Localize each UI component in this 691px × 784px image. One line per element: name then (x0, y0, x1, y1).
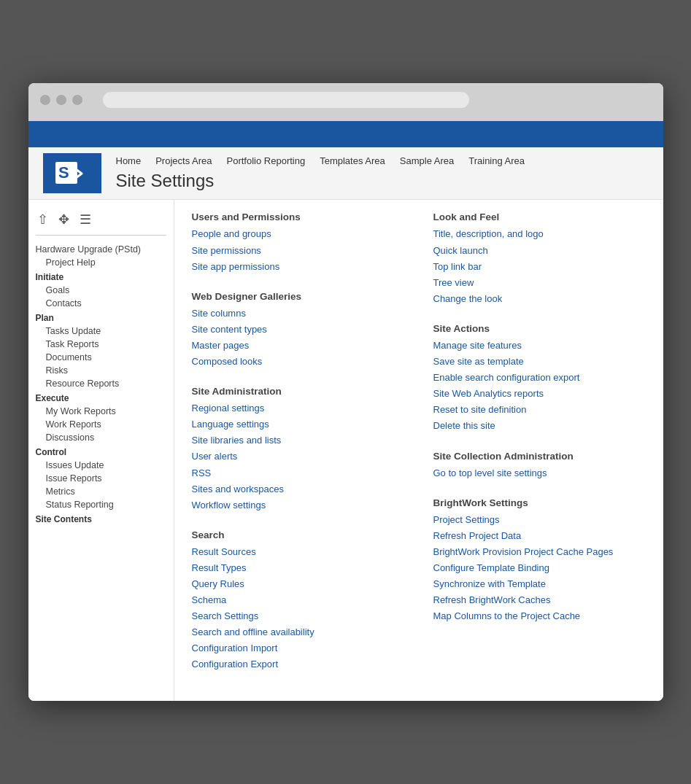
link-project-settings[interactable]: Project Settings (433, 512, 646, 528)
link-site-columns[interactable]: Site columns (192, 306, 404, 322)
sidebar-item-goals[interactable]: Goals (36, 284, 166, 297)
main-content: Users and Permissions People and groups … (174, 200, 663, 700)
sidebar-item-tasks-update[interactable]: Tasks Update (36, 325, 166, 338)
address-bar[interactable] (103, 92, 470, 108)
section-collection-admin: Site Collection Administration Go to top… (433, 451, 646, 481)
sidebar-item-issues-update[interactable]: Issues Update (36, 459, 166, 472)
sidebar-item-documents[interactable]: Documents (36, 351, 166, 364)
section-site-admin: Site Administration Regional settings La… (192, 386, 404, 513)
section-title-site-admin: Site Administration (192, 386, 404, 397)
sp-nav: Home Projects Area Portfolio Reporting T… (116, 155, 649, 191)
sidebar-divider (36, 235, 166, 236)
section-title-look-feel: Look and Feel (433, 211, 646, 222)
section-search: Search Result Sources Result Types Query… (192, 529, 404, 673)
sidebar-item-discussions[interactable]: Discussions (36, 431, 166, 444)
link-sites-workspaces[interactable]: Sites and workspaces (192, 481, 404, 497)
link-site-libraries-lists[interactable]: Site libraries and lists (192, 432, 404, 449)
svg-text:S: S (58, 163, 69, 182)
link-result-types[interactable]: Result Types (192, 560, 404, 576)
link-enable-search-export[interactable]: Enable search configuration export (433, 370, 646, 386)
link-master-pages[interactable]: Master pages (192, 338, 404, 354)
sidebar-item-my-work-reports[interactable]: My Work Reports (36, 405, 166, 418)
section-site-actions: Site Actions Manage site features Save s… (433, 323, 646, 435)
sidebar-item-metrics[interactable]: Metrics (36, 485, 166, 498)
sidebar-group-initiate: Initiate (36, 269, 166, 284)
sidebar-item-risks[interactable]: Risks (36, 364, 166, 377)
link-site-content-types[interactable]: Site content types (192, 322, 404, 338)
link-save-site-template[interactable]: Save site as template (433, 354, 646, 370)
nav-home[interactable]: Home (116, 155, 142, 166)
sidebar-group-control: Control (36, 444, 166, 459)
link-query-rules[interactable]: Query Rules (192, 576, 404, 592)
browser-dot-3[interactable] (72, 95, 82, 105)
link-schema[interactable]: Schema (192, 592, 404, 608)
sidebar-item-work-reports[interactable]: Work Reports (36, 418, 166, 431)
sidebar-item-status-reporting[interactable]: Status Reporting (36, 498, 166, 511)
project-name: Hardware Upgrade (PStd) (36, 243, 166, 256)
nav-links: Home Projects Area Portfolio Reporting T… (116, 155, 649, 166)
section-title-brightwork: BrightWork Settings (433, 497, 646, 508)
list-icon[interactable]: ☰ (80, 211, 91, 228)
sidebar-item-resource-reports[interactable]: Resource Reports (36, 377, 166, 390)
nav-projects-area[interactable]: Projects Area (155, 155, 212, 166)
link-rss[interactable]: RSS (192, 465, 404, 481)
link-web-analytics[interactable]: Site Web Analytics reports (433, 386, 646, 402)
link-quick-launch[interactable]: Quick launch (433, 243, 646, 259)
link-result-sources[interactable]: Result Sources (192, 544, 404, 560)
link-composed-looks[interactable]: Composed looks (192, 354, 404, 370)
link-sync-template[interactable]: Synchronize with Template (433, 576, 646, 592)
section-users-permissions: Users and Permissions People and groups … (192, 211, 404, 274)
nav-training-area[interactable]: Training Area (468, 155, 525, 166)
section-brightwork: BrightWork Settings Project Settings Ref… (433, 497, 646, 625)
link-search-settings[interactable]: Search Settings (192, 608, 404, 624)
link-workflow-settings[interactable]: Workflow settings (192, 497, 404, 513)
link-title-desc-logo[interactable]: Title, description, and logo (433, 226, 646, 242)
browser-window: S Home Projects Area Portfolio Reporting… (28, 83, 663, 700)
browser-tabs-row (40, 114, 652, 121)
link-delete-site[interactable]: Delete this site (433, 418, 646, 434)
link-people-groups[interactable]: People and groups (192, 226, 404, 242)
section-web-designer: Web Designer Galleries Site columns Site… (192, 291, 404, 370)
move-icon[interactable]: ✥ (58, 211, 69, 228)
right-column: Look and Feel Title, description, and lo… (433, 211, 646, 688)
link-user-alerts[interactable]: User alerts (192, 449, 404, 465)
link-regional-settings[interactable]: Regional settings (192, 400, 404, 416)
sidebar-item-contacts[interactable]: Contacts (36, 297, 166, 310)
upload-icon[interactable]: ⇧ (37, 211, 48, 228)
link-refresh-caches[interactable]: Refresh BrightWork Caches (433, 592, 646, 608)
link-language-settings[interactable]: Language settings (192, 416, 404, 432)
sidebar-group-execute: Execute (36, 390, 166, 405)
nav-templates-area[interactable]: Templates Area (320, 155, 385, 166)
section-title-users: Users and Permissions (192, 211, 404, 222)
link-configure-template-binding[interactable]: Configure Template Binding (433, 560, 646, 576)
sidebar: ⇧ ✥ ☰ Hardware Upgrade (PStd) Project He… (28, 200, 174, 700)
sidebar-item-project-help[interactable]: Project Help (36, 256, 166, 269)
sharepoint-header: S Home Projects Area Portfolio Reporting… (28, 147, 663, 200)
link-configuration-export[interactable]: Configuration Export (192, 656, 404, 672)
link-site-permissions[interactable]: Site permissions (192, 243, 404, 259)
section-title-site-actions: Site Actions (433, 323, 646, 334)
link-refresh-project-data[interactable]: Refresh Project Data (433, 528, 646, 544)
browser-chrome (28, 83, 663, 121)
link-provision-cache-pages[interactable]: BrightWork Provision Project Cache Pages (433, 544, 646, 560)
link-top-level-settings[interactable]: Go to top level site settings (433, 465, 646, 481)
section-look-feel: Look and Feel Title, description, and lo… (433, 211, 646, 306)
link-manage-features[interactable]: Manage site features (433, 338, 646, 354)
link-map-columns[interactable]: Map Columns to the Project Cache (433, 608, 646, 624)
link-tree-view[interactable]: Tree view (433, 275, 646, 291)
nav-sample-area[interactable]: Sample Area (400, 155, 454, 166)
link-site-app-permissions[interactable]: Site app permissions (192, 259, 404, 275)
link-reset-site[interactable]: Reset to site definition (433, 402, 646, 418)
sidebar-item-task-reports[interactable]: Task Reports (36, 338, 166, 351)
link-search-offline[interactable]: Search and offline availability (192, 624, 404, 640)
link-change-look[interactable]: Change the look (433, 291, 646, 307)
sidebar-item-site-contents[interactable]: Site Contents (36, 511, 166, 526)
link-configuration-import[interactable]: Configuration Import (192, 640, 404, 656)
browser-dot-2[interactable] (56, 95, 66, 105)
link-top-link-bar[interactable]: Top link bar (433, 259, 646, 275)
sidebar-item-issue-reports[interactable]: Issue Reports (36, 472, 166, 485)
nav-portfolio-reporting[interactable]: Portfolio Reporting (227, 155, 306, 166)
content-area: ⇧ ✥ ☰ Hardware Upgrade (PStd) Project He… (28, 200, 663, 700)
browser-dot-1[interactable] (40, 95, 50, 105)
sidebar-group-plan: Plan (36, 310, 166, 325)
